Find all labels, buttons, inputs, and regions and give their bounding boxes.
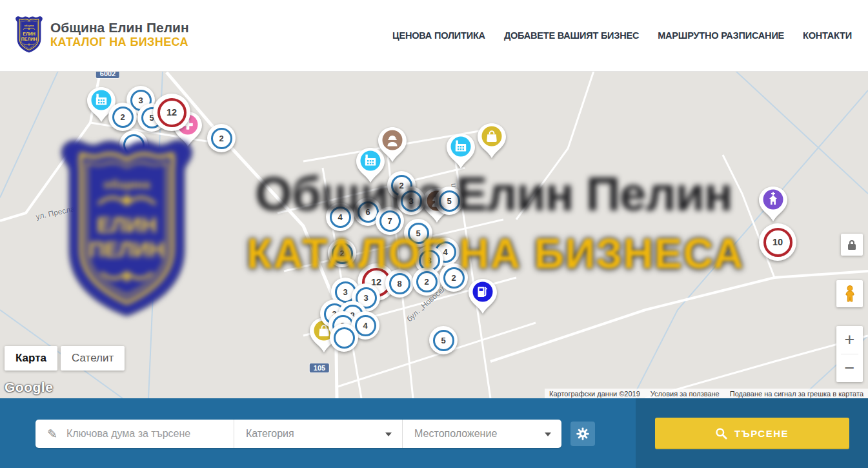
search-bar: ✎ Категория Местоположение xyxy=(0,398,868,468)
cluster-count: 4 xyxy=(355,315,376,336)
map-type-map-button[interactable]: Карта xyxy=(5,346,57,371)
category-pin-factory[interactable] xyxy=(446,133,476,172)
street-view-pegman[interactable] xyxy=(836,280,863,307)
page: община ЕЛИН ПЕЛИН Община Елин Пелин КАТА… xyxy=(0,0,868,468)
terms-link[interactable]: Условия за ползване xyxy=(651,390,720,398)
road-shield-label: 105 xyxy=(310,363,329,372)
map-canvas[interactable]: 3251222356475248128223338345106002105ул.… xyxy=(0,71,868,398)
cluster-marker[interactable]: 12 xyxy=(153,94,190,131)
keyword-input[interactable] xyxy=(65,427,216,440)
nav-route-schedule[interactable]: МАРШРУТНО РАЗПИСАНИЕ xyxy=(658,30,784,41)
cluster-count xyxy=(123,134,145,156)
category-pin-fuel-pump[interactable] xyxy=(468,278,498,317)
cluster-count: 10 xyxy=(763,228,792,257)
map-type-satellite-button[interactable]: Сателит xyxy=(61,346,125,371)
cluster-count: 5 xyxy=(433,330,454,351)
cluster-marker[interactable]: 2 xyxy=(328,239,356,267)
factory-icon xyxy=(446,133,476,169)
keyword-segment: ✎ xyxy=(35,420,234,448)
cluster-marker[interactable]: 2 xyxy=(207,124,236,152)
report-map-error-link[interactable]: Подаване на сигнал за грешка в картата xyxy=(730,390,863,398)
logo-name-line2: ПЕЛИН xyxy=(21,37,37,41)
gear-icon xyxy=(576,427,590,441)
cluster-count: 2 xyxy=(332,243,353,264)
cluster-count: 5 xyxy=(439,190,460,212)
cluster-marker[interactable]: 2 xyxy=(108,103,137,131)
cluster-count: 5 xyxy=(408,223,429,244)
site-title: Община Елин Пелин xyxy=(50,20,189,36)
logo-small-text: община xyxy=(24,24,34,27)
road-shield-label: 6002 xyxy=(96,71,119,78)
nav-add-your-business[interactable]: ДОБАВЕТЕ ВАШИЯТ БИЗНЕС xyxy=(504,30,639,41)
cluster-marker[interactable]: 5 xyxy=(429,326,458,354)
cluster-count: 12 xyxy=(157,98,187,127)
pencil-icon: ✎ xyxy=(47,428,57,440)
cluster-count: 2 xyxy=(211,128,232,149)
church-icon xyxy=(758,186,788,222)
zoom-out-button[interactable]: − xyxy=(836,354,863,382)
municipality-crest-icon: община ЕЛИН ПЕЛИН xyxy=(14,14,44,56)
cluster-count: 2 xyxy=(443,267,465,289)
logo-name-line1: ЕЛИН xyxy=(23,32,35,36)
category-pin-worker[interactable] xyxy=(378,127,407,165)
site-subtitle: КАТАЛОГ НА БИЗНЕСА xyxy=(50,36,189,50)
cluster-count: 2 xyxy=(112,107,134,128)
cluster-count: 2 xyxy=(416,271,438,292)
header: община ЕЛИН ПЕЛИН Община Елин Пелин КАТА… xyxy=(0,0,868,72)
main-nav: ЦЕНОВА ПОЛИТИКА ДОБАВЕТЕ ВАШИЯТ БИЗНЕС М… xyxy=(392,0,852,71)
cluster-marker[interactable]: 7 xyxy=(376,207,404,235)
google-logo[interactable]: Google xyxy=(5,380,53,395)
location-select[interactable]: Местоположение xyxy=(403,420,561,448)
cluster-count xyxy=(334,327,355,349)
padlock-icon xyxy=(848,244,856,250)
cluster-marker[interactable]: 3 xyxy=(397,187,425,215)
fuel-pump-icon xyxy=(468,278,498,314)
brand[interactable]: община ЕЛИН ПЕЛИН Община Елин Пелин КАТА… xyxy=(14,14,189,56)
cluster-count: 7 xyxy=(379,210,401,232)
caret-down-icon xyxy=(385,432,392,436)
attribution-copyright: Картографски данни ©2019 xyxy=(549,390,640,398)
map-lock-button[interactable] xyxy=(841,234,863,256)
cluster-marker[interactable] xyxy=(330,323,358,352)
map-type-toggle: Карта Сателит xyxy=(5,346,125,371)
shopping-bag-icon xyxy=(477,123,507,159)
cluster-marker[interactable] xyxy=(119,130,148,159)
search-button[interactable]: ТЪРСЕНЕ xyxy=(655,418,849,449)
cluster-marker[interactable]: 5 xyxy=(435,187,463,215)
nav-pricing-policy[interactable]: ЦЕНОВА ПОЛИТИКА xyxy=(392,30,485,41)
zoom-control: + − xyxy=(836,326,863,382)
search-box: ✎ Категория Местоположение xyxy=(35,420,561,448)
nav-contacts[interactable]: КОНТАКТИ xyxy=(803,30,852,41)
category-placeholder: Категория xyxy=(246,428,294,440)
search-button-label: ТЪРСЕНЕ xyxy=(734,428,789,439)
cluster-marker[interactable]: 2 xyxy=(412,267,441,296)
cluster-marker[interactable]: 10 xyxy=(759,223,796,261)
cluster-count: 3 xyxy=(401,190,422,212)
category-pin-shopping-bag[interactable] xyxy=(477,123,507,161)
magnifier-icon xyxy=(715,427,727,440)
cluster-marker[interactable]: 8 xyxy=(385,269,414,298)
search-bar-right: ТЪРСЕНЕ xyxy=(636,398,868,468)
worker-icon xyxy=(378,127,407,163)
cluster-marker[interactable]: 2 xyxy=(439,263,468,292)
advanced-settings-button[interactable] xyxy=(570,422,595,446)
caret-down-icon xyxy=(545,432,551,436)
cluster-marker[interactable]: 4 xyxy=(326,203,354,231)
location-placeholder: Местоположение xyxy=(414,428,497,440)
map-attribution: Картографски данни ©2019 Условия за полз… xyxy=(545,389,868,398)
category-select[interactable]: Категория xyxy=(234,420,403,448)
cluster-count: 4 xyxy=(330,207,351,228)
category-pin-church[interactable] xyxy=(758,186,788,225)
zoom-in-button[interactable]: + xyxy=(836,326,863,354)
search-bar-left: ✎ Категория Местоположение xyxy=(0,398,636,468)
pegman-icon xyxy=(842,285,858,303)
cluster-count: 8 xyxy=(389,273,410,294)
cluster-marker[interactable]: 5 xyxy=(404,219,432,247)
